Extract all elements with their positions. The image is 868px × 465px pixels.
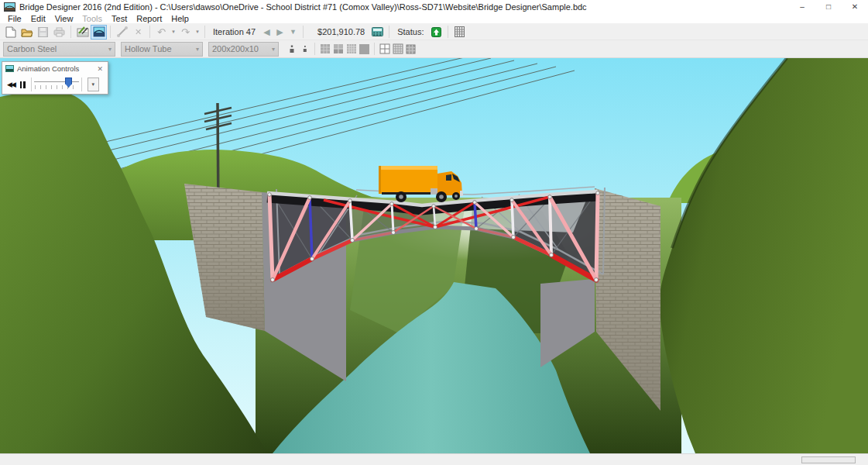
member-view-1-button[interactable]	[318, 42, 331, 56]
results-table-icon	[455, 26, 465, 37]
table-filled-icon	[406, 44, 416, 54]
open-folder-icon	[21, 27, 33, 37]
window-title: Bridge Designer 2016 (2nd Edition) - C:\…	[19, 2, 587, 12]
toolbar-separator	[149, 26, 150, 38]
toolbar-separator	[389, 26, 389, 38]
new-file-icon	[5, 26, 16, 38]
redo-button: ↷	[177, 25, 194, 40]
material-value: Carbon Steel	[7, 44, 57, 53]
table-view-1-button[interactable]	[378, 42, 391, 56]
new-file-button[interactable]	[2, 25, 19, 40]
half-grid-icon	[333, 43, 344, 54]
animation-options-dropdown[interactable]: ▾	[87, 78, 99, 91]
member-view-3-button[interactable]	[345, 42, 358, 56]
undo-dropdown[interactable]: ▾	[170, 25, 177, 40]
design-mode-button[interactable]	[74, 25, 91, 40]
member-view-4-button[interactable]	[358, 42, 371, 56]
animation-panel-title: Animation Controls	[17, 64, 79, 73]
progress-indicator	[801, 456, 856, 463]
toolbar-separator	[448, 26, 448, 38]
maximize-button[interactable]: □	[815, 0, 842, 13]
menu-help[interactable]: Help	[166, 13, 194, 24]
load-test-results-button[interactable]	[451, 25, 468, 40]
animation-controls-panel[interactable]: Animation Controls ✕ ◀◀ ▾	[2, 61, 108, 95]
app-window: Bridge Designer 2016 (2nd Edition) - C:\…	[0, 0, 868, 465]
menu-view[interactable]: View	[50, 13, 78, 24]
menu-edit[interactable]: Edit	[26, 13, 50, 24]
panel-separator	[81, 78, 82, 91]
drawing-board-icon	[77, 26, 89, 37]
slider-track	[34, 81, 79, 82]
animation-panel-titlebar[interactable]: Animation Controls ✕	[2, 62, 108, 75]
cost-calculator-button[interactable]	[369, 25, 386, 40]
animation-controls: ◀◀ ▾	[2, 75, 108, 94]
rewind-button[interactable]: ◀◀	[5, 81, 17, 88]
table-view-2-button[interactable]	[391, 42, 404, 56]
slider-ticks	[35, 85, 78, 89]
decrease-member-size-button[interactable]	[298, 42, 311, 56]
animation-panel-icon	[5, 65, 14, 72]
toolbar-separator	[110, 26, 111, 38]
bridge-3d-view[interactable]: Animation Controls ✕ ◀◀ ▾	[0, 58, 868, 453]
menu-tools: Tools	[77, 13, 107, 24]
scene-canvas	[0, 58, 868, 453]
toolbar-separator	[314, 43, 315, 55]
animation-speed-slider[interactable]	[34, 78, 79, 91]
menu-test[interactable]: Test	[107, 13, 132, 24]
iteration-back-button[interactable]: ◀	[260, 27, 273, 37]
save-button	[35, 25, 51, 40]
member-view-2-button[interactable]	[331, 42, 345, 56]
calculator-icon	[372, 27, 383, 36]
menu-bar: File Edit View Tools Test Report Help	[0, 13, 868, 24]
increase-member-size-button[interactable]	[285, 42, 298, 56]
save-icon	[38, 27, 48, 37]
shaded-grid-icon	[320, 43, 331, 54]
close-button[interactable]: ✕	[842, 0, 868, 13]
section-select: Hollow Tube ▾	[121, 42, 203, 57]
animation-panel-close-icon[interactable]: ✕	[95, 65, 105, 73]
table-view-3-button[interactable]	[404, 42, 417, 56]
member-tool-icon	[117, 26, 128, 37]
toolbar-separator	[374, 43, 375, 55]
chevron-down-icon: ▾	[272, 46, 275, 53]
status-label: Status:	[397, 27, 424, 36]
table-dense-icon	[393, 43, 403, 54]
iteration-list-button[interactable]: ▼	[286, 28, 300, 36]
panel-separator	[31, 78, 32, 91]
member-toolbar: Carbon Steel ▾ Hollow Tube ▾ 200x200x10 …	[0, 40, 868, 58]
toolbar-separator	[204, 26, 205, 38]
iteration-forward-button[interactable]: ▶	[273, 27, 286, 37]
member-tool-button	[114, 25, 130, 40]
print-button	[51, 25, 67, 40]
delete-button: ✕	[130, 25, 146, 40]
size-select: 200x200x10 ▾	[208, 42, 279, 57]
toolbar-separator	[303, 26, 304, 38]
material-select: Carbon Steel ▾	[3, 42, 115, 57]
section-value: Hollow Tube	[125, 44, 172, 53]
increase-member-size-icon	[287, 44, 296, 54]
table-2x2-icon	[379, 43, 390, 54]
toolbar-separator	[70, 26, 71, 38]
pause-button[interactable]	[17, 81, 29, 88]
load-test-icon	[93, 26, 105, 37]
chevron-down-icon: ▾	[196, 46, 199, 53]
title-bar: Bridge Designer 2016 (2nd Edition) - C:\…	[0, 0, 868, 13]
menu-file[interactable]: File	[3, 13, 26, 24]
load-test-mode-button[interactable]	[91, 25, 107, 40]
minimize-button[interactable]: –	[789, 0, 815, 13]
window-controls: – □ ✕	[789, 0, 868, 13]
dense-grid-icon	[346, 43, 357, 54]
status-bar	[0, 453, 868, 465]
cost-value: $201,910.78	[317, 27, 365, 36]
solid-grid-icon	[359, 43, 370, 55]
open-file-button[interactable]	[19, 25, 35, 40]
print-icon	[53, 27, 65, 37]
chevron-down-icon: ▾	[108, 46, 112, 53]
size-value: 200x200x10	[212, 44, 259, 53]
menu-report[interactable]: Report	[132, 13, 166, 24]
redo-dropdown[interactable]: ▾	[194, 25, 201, 40]
decrease-member-size-icon	[300, 44, 309, 54]
status-indicator[interactable]	[428, 25, 444, 40]
status-ok-icon	[431, 27, 441, 37]
iteration-label: Iteration 47	[213, 27, 256, 36]
